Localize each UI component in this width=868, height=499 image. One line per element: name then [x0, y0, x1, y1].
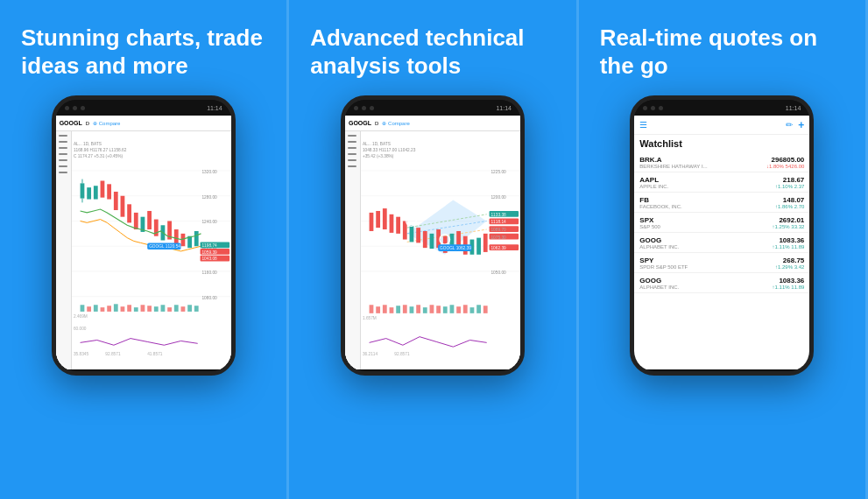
wl-price: 2692.01	[779, 216, 804, 224]
watchlist-row-3: SPX S&P 500 2692.01 ↑1.25% 33.32	[634, 213, 809, 233]
svg-rect-27	[147, 211, 152, 229]
wl-name: FACEBOOK, INC.	[639, 204, 681, 209]
svg-rect-21	[107, 185, 111, 200]
svg-text:92.8571: 92.8571	[105, 352, 121, 356]
wl-symbol: GOOG	[639, 236, 679, 244]
panel2-title: Advanced technical analysis tools	[310, 25, 554, 80]
svg-rect-129	[463, 306, 468, 314]
watchlist-toolbar: ☰ ✏ +	[634, 116, 809, 135]
wl-price: 1083.36	[779, 236, 804, 244]
wl-row-left: SPX S&P 500	[639, 216, 660, 229]
svg-rect-131	[476, 306, 481, 314]
svg-rect-45	[94, 306, 98, 313]
svg-text:1168.96 H1176.27 L1158.62: 1168.96 H1176.27 L1158.62	[74, 148, 127, 152]
interval-label-2: D	[375, 121, 378, 126]
wl-symbol: FB	[639, 196, 681, 204]
svg-rect-91	[423, 231, 427, 248]
svg-rect-52	[140, 306, 145, 313]
wl-name: S&P 500	[639, 224, 660, 229]
svg-text:1062.39: 1062.39	[490, 246, 506, 250]
tool-icon	[348, 141, 356, 143]
svg-rect-54	[154, 307, 159, 313]
wl-edit-icon: ✏	[786, 120, 793, 130]
svg-rect-25	[134, 213, 138, 229]
svg-rect-121	[410, 307, 414, 314]
chart-svg-1: AL... 1D, BATS 1168.96 H1176.27 L1158.62…	[72, 131, 231, 369]
status-time-3: 11:14	[786, 105, 801, 111]
wl-add-icon: +	[798, 119, 804, 131]
svg-text:1320.00: 1320.00	[201, 170, 217, 174]
wl-row-left: FB FACEBOOK, INC.	[639, 196, 681, 209]
watchlist-row-2: FB FACEBOOK, INC. 148.07 ↑1.86% 2.70	[634, 193, 809, 213]
svg-text:1080.00: 1080.00	[201, 296, 217, 300]
svg-text:1133.38: 1133.38	[490, 213, 506, 217]
wl-row-right: 148.07 ↑1.86% 2.70	[775, 196, 804, 209]
svg-text:1050.00: 1050.00	[490, 271, 506, 275]
svg-rect-89	[410, 226, 414, 242]
wl-change: ↑1.86% 2.70	[775, 204, 804, 209]
wl-change: ↓1.80% 5426.00	[766, 164, 804, 169]
svg-rect-24	[127, 205, 131, 223]
wl-price: 1083.36	[779, 277, 804, 285]
svg-rect-100	[483, 234, 488, 252]
camera-dot	[362, 106, 366, 110]
tool-icon	[59, 135, 67, 137]
svg-text:1200.00: 1200.00	[490, 195, 506, 200]
svg-rect-124	[430, 306, 434, 314]
wl-name: ALPHABET INC.	[639, 244, 679, 249]
svg-text:1059.39: 1059.39	[201, 250, 217, 255]
svg-rect-90	[416, 228, 420, 243]
phone-screen-2: GOOGL D ⊕ Compare	[345, 116, 520, 369]
svg-rect-59	[187, 306, 192, 313]
wl-row-right: 296805.00 ↓1.80% 5426.00	[766, 156, 804, 169]
svg-text:60.000: 60.000	[74, 327, 87, 331]
camera-dot	[659, 106, 663, 110]
wl-price: 148.07	[783, 196, 804, 204]
camera-dot	[643, 106, 647, 110]
svg-text:41.8571: 41.8571	[147, 352, 163, 356]
tool-icon	[59, 165, 67, 167]
svg-rect-128	[456, 307, 461, 314]
wl-row-right: 2692.01 ↑1.25% 33.32	[773, 216, 805, 229]
phone-notch-1: 11:14	[56, 100, 231, 116]
tool-icon	[59, 159, 67, 161]
svg-rect-44	[87, 307, 91, 313]
svg-rect-46	[100, 308, 104, 313]
compare-btn-2: ⊕ Compare	[382, 120, 409, 126]
chart-screen-2: GOOGL D ⊕ Compare	[345, 116, 520, 369]
tool-icon	[59, 153, 67, 155]
wl-row-left: AAPL APPLE INC.	[639, 176, 668, 189]
svg-rect-58	[180, 307, 185, 313]
svg-rect-92	[430, 234, 434, 249]
wl-price: 296805.00	[771, 156, 804, 164]
svg-text:2.469M: 2.469M	[74, 314, 88, 319]
chart-toolbar-2: GOOGL D ⊕ Compare	[345, 116, 520, 131]
wl-row-left: GOOG ALPHABET INC.	[639, 236, 679, 249]
wl-name: SPDR S&P 500 ETF	[639, 264, 688, 270]
chart-body-1: AL... 1D, BATS 1168.96 H1176.27 L1158.62…	[56, 131, 231, 369]
phone-mockup-3: 11:14 ☰ ✏ + Watchlist BRK.A BERKSHIRE HA…	[630, 95, 814, 376]
svg-rect-120	[403, 306, 407, 314]
phone-mockup-1: 11:14 GOOGL D ⊕ Compare	[52, 95, 236, 376]
camera-dot	[81, 106, 85, 110]
wl-name: ALPHABET INC.	[639, 285, 679, 290]
wl-symbol: SPX	[639, 216, 660, 224]
camera-dot	[370, 106, 374, 110]
svg-text:1280.00: 1280.00	[201, 195, 217, 200]
svg-text:1048.33 H1117.00 L1042.23: 1048.33 H1117.00 L1042.23	[363, 148, 416, 152]
wl-price: 218.67	[783, 176, 804, 184]
svg-rect-118	[390, 308, 394, 314]
svg-rect-53	[147, 306, 152, 313]
wl-row-left: BRK.A BERKSHIRE HATHAWAY I...	[639, 156, 707, 169]
phone-screen-3: ☰ ✏ + Watchlist BRK.A BERKSHIRE HATHAWAY…	[634, 116, 809, 369]
wl-row-right: 268.75 ↑1.29% 3.42	[775, 257, 804, 270]
wl-name: APPLE INC.	[639, 184, 668, 189]
svg-text:92.8571: 92.8571	[394, 352, 410, 356]
svg-text:1075.30: 1075.30	[490, 235, 506, 240]
tool-icon	[348, 165, 356, 167]
svg-rect-18	[87, 188, 91, 200]
chart-svg-2: AL... 1D, BATS 1048.33 H1117.00 L1042.23…	[361, 131, 520, 369]
svg-text:1118.14: 1118.14	[490, 221, 506, 225]
svg-rect-116	[376, 307, 380, 314]
svg-text:AL... 1D, BATS: AL... 1D, BATS	[363, 143, 391, 147]
